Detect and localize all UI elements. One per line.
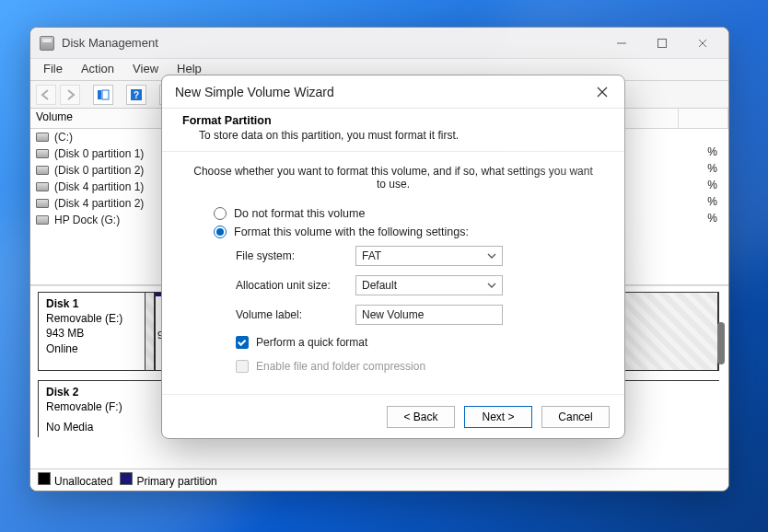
free-value: %: [707, 162, 717, 179]
wizard-close-button[interactable]: [584, 79, 621, 105]
option-do-not-format[interactable]: Do not format this volume: [214, 207, 595, 220]
dm-title: Disk Management: [62, 36, 601, 50]
volume-label-input[interactable]: New Volume: [355, 305, 503, 325]
svg-text:?: ?: [134, 90, 139, 100]
toolbar-help-button[interactable]: ?: [126, 85, 146, 105]
volume-name: (Disk 4 partition 2): [54, 197, 144, 210]
disk-icon: [36, 149, 49, 158]
volume-name: (Disk 0 partition 1): [54, 147, 144, 160]
compression-row: Enable file and folder compression: [236, 360, 595, 373]
partition-gap[interactable]: [145, 293, 155, 370]
disk1-label: Disk 1 Removable (E:) 943 MB Online: [39, 293, 145, 370]
wizard-description: Choose whether you want to format this v…: [192, 165, 595, 191]
radio-format-with-settings[interactable]: [214, 226, 227, 238]
checkbox-label: Enable file and folder compression: [256, 360, 425, 373]
svg-rect-1: [658, 39, 667, 47]
file-system-value: FAT: [362, 249, 381, 262]
button-label: Next >: [482, 411, 514, 423]
format-settings-form: File system: FAT Allocation unit size: D…: [236, 246, 595, 325]
svg-rect-5: [102, 90, 109, 99]
chevron-down-icon: [487, 281, 496, 290]
dm-maximize-button[interactable]: [642, 30, 682, 56]
wizard-heading: Format Partition: [182, 114, 604, 127]
volume-name: (Disk 4 partition 1): [54, 180, 144, 193]
disk-capacity: 943 MB: [46, 326, 137, 341]
checkbox-quick-format[interactable]: [236, 336, 249, 349]
svg-line-3: [699, 40, 706, 47]
disk-media: No Media: [46, 420, 138, 434]
option-label: Do not format this volume: [234, 207, 365, 220]
disk-icon: [36, 199, 49, 208]
disk2-label: Disk 2 Removable (F:) No Media: [39, 381, 145, 437]
menu-action[interactable]: Action: [72, 59, 123, 80]
svg-line-2: [699, 40, 706, 47]
radio-do-not-format[interactable]: [214, 207, 227, 220]
checkbox-enable-compression: [236, 360, 249, 373]
disk-icon: [36, 166, 49, 175]
svg-line-11: [598, 87, 607, 97]
dm-scrollbar-thumb[interactable]: [717, 322, 725, 364]
wizard-subheading: To store data on this partition, you mus…: [182, 127, 604, 142]
toolbar-forward-button[interactable]: [60, 85, 80, 105]
svg-rect-4: [98, 90, 101, 99]
svg-line-10: [598, 87, 607, 97]
legend-primary: Primary partition: [136, 475, 216, 488]
disk-name: Disk 2: [46, 385, 138, 399]
free-value: %: [707, 212, 717, 228]
dm-titlebar: Disk Management: [30, 28, 728, 59]
disk-icon: [36, 215, 49, 225]
disk-management-app-icon: [40, 36, 54, 51]
free-value: %: [707, 195, 717, 212]
menu-view[interactable]: View: [123, 59, 168, 80]
wizard-body: Choose whether you want to format this v…: [162, 152, 624, 394]
volume-name: (C:): [54, 131, 73, 144]
wizard-header: Format Partition To store data on this p…: [162, 109, 624, 152]
allocation-unit-select[interactable]: Default: [355, 275, 503, 295]
legend-swatch-unallocated: [38, 472, 51, 485]
label-file-system: File system:: [236, 249, 355, 262]
legend-swatch-primary: [120, 472, 133, 485]
label-volume-label: Volume label:: [236, 308, 355, 321]
disk-name: Disk 1: [46, 296, 137, 311]
dm-statusbar: Unallocated Primary partition: [30, 468, 728, 491]
disk-removable: Removable (F:): [46, 399, 138, 414]
disk-icon: [36, 182, 49, 191]
disk-icon: [36, 133, 49, 142]
option-format-with-settings[interactable]: Format this volume with the following se…: [214, 226, 595, 238]
disk-removable: Removable (E:): [46, 311, 137, 326]
cancel-button[interactable]: Cancel: [541, 406, 610, 428]
label-allocation-unit: Allocation unit size:: [236, 279, 355, 292]
free-value: %: [707, 179, 717, 195]
chevron-down-icon: [487, 251, 496, 260]
option-label: Format this volume with the following se…: [234, 226, 469, 238]
back-button[interactable]: < Back: [387, 406, 455, 428]
volume-name: HP Dock (G:): [54, 214, 120, 226]
wizard-footer: < Back Next > Cancel: [162, 394, 624, 438]
new-simple-volume-wizard: New Simple Volume Wizard Format Partitio…: [161, 75, 625, 439]
wizard-title: New Simple Volume Wizard: [175, 85, 584, 99]
volume-name: (Disk 0 partition 2): [54, 164, 144, 177]
button-label: Cancel: [558, 411, 592, 423]
wizard-titlebar: New Simple Volume Wizard: [162, 75, 624, 109]
next-button[interactable]: Next >: [464, 406, 532, 428]
quick-format-row[interactable]: Perform a quick format: [236, 336, 595, 349]
free-value: %: [707, 145, 717, 162]
toolbar-showhide-button[interactable]: [93, 85, 113, 105]
checkbox-label: Perform a quick format: [256, 336, 367, 349]
col-extra[interactable]: [679, 109, 728, 128]
free-space-column: % % % % %: [707, 145, 717, 228]
dm-minimize-button[interactable]: [601, 30, 642, 56]
legend-unallocated: Unallocated: [54, 475, 112, 488]
file-system-select[interactable]: FAT: [355, 246, 503, 266]
volume-label-value: New Volume: [362, 308, 424, 321]
dm-close-button[interactable]: [682, 30, 723, 56]
menu-file[interactable]: File: [34, 59, 72, 80]
button-label: < Back: [403, 411, 437, 423]
disk-state: Online: [46, 341, 137, 356]
toolbar-back-button[interactable]: [36, 85, 56, 105]
allocation-unit-value: Default: [362, 279, 397, 292]
col-free[interactable]: ee: [605, 109, 679, 128]
